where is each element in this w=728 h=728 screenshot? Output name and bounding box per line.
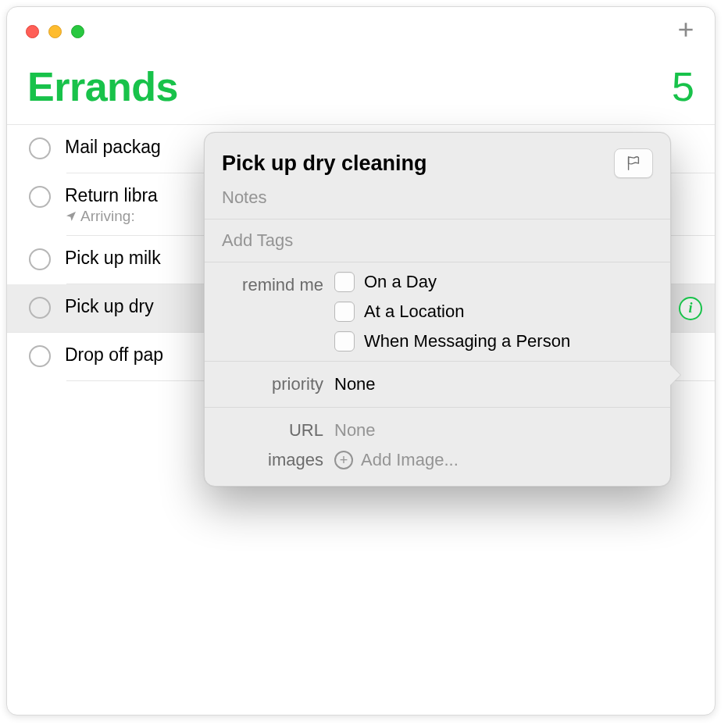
notes-field[interactable]: Notes [222, 187, 266, 207]
minimize-window-button[interactable] [48, 25, 62, 38]
checkbox-on-day[interactable] [334, 272, 355, 292]
checkbox-at-location[interactable] [334, 302, 355, 322]
images-label: images [222, 450, 323, 470]
remind-me-label: remind me [222, 272, 323, 352]
complete-checkbox[interactable] [29, 345, 51, 367]
info-button[interactable]: i [679, 297, 702, 320]
remind-on-day-option[interactable]: On a Day [334, 272, 653, 292]
popover-title[interactable]: Pick up dry cleaning [222, 152, 427, 176]
list-header: Errands 5 [7, 55, 715, 124]
add-reminder-button[interactable] [676, 20, 696, 43]
zoom-window-button[interactable] [71, 25, 84, 38]
add-image-button[interactable]: + Add Image... [334, 450, 653, 470]
tags-field[interactable]: Add Tags [222, 230, 293, 250]
flag-button[interactable] [614, 148, 653, 178]
priority-label: priority [222, 374, 323, 394]
titlebar [7, 7, 715, 55]
remind-when-messaging-option[interactable]: When Messaging a Person [334, 331, 653, 352]
window-controls [26, 25, 84, 38]
flag-icon [625, 155, 642, 172]
list-count: 5 [672, 63, 694, 110]
url-value[interactable]: None [334, 420, 653, 441]
checkbox-when-messaging[interactable] [334, 331, 355, 352]
plus-circle-icon: + [334, 451, 353, 469]
reminder-details-popover: Pick up dry cleaning Notes Add Tags remi… [204, 132, 671, 487]
location-arrow-icon [65, 210, 77, 223]
list-title: Errands [27, 63, 178, 110]
complete-checkbox[interactable] [29, 297, 51, 319]
close-window-button[interactable] [26, 25, 39, 38]
remind-at-location-option[interactable]: At a Location [334, 302, 653, 322]
plus-icon [676, 20, 696, 40]
reminders-window: Errands 5 Mail packag Return libra Arriv… [6, 6, 716, 716]
priority-value[interactable]: None [334, 374, 653, 394]
complete-checkbox[interactable] [29, 248, 51, 270]
url-label: URL [222, 420, 323, 441]
complete-checkbox[interactable] [29, 137, 51, 159]
complete-checkbox[interactable] [29, 186, 51, 208]
